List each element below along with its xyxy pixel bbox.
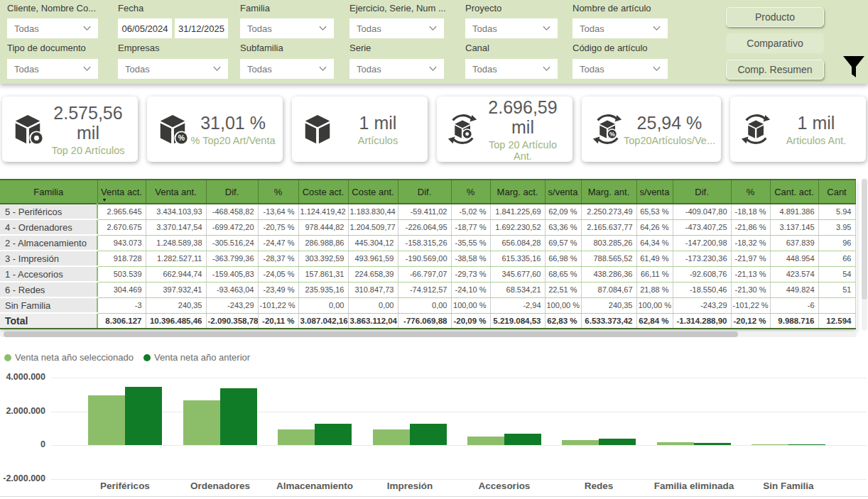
value-cell: -93.463,04: [206, 282, 258, 297]
column-header-coste-ant[interactable]: Coste ant.: [348, 180, 398, 204]
column-header-venta-ant[interactable]: Venta ant.: [146, 180, 206, 204]
value-cell: -21,86 %: [731, 219, 770, 235]
filter-dropdown-familia[interactable]: Todas: [240, 18, 334, 38]
chevron-down-icon: [429, 26, 437, 31]
filter-dropdown-tipo-de-documento[interactable]: Todas: [7, 59, 98, 79]
bar-previous-year-almacenamiento[interactable]: [315, 424, 352, 445]
value-cell: 2.165.637,77: [581, 219, 636, 235]
value-cell: 803.285,26: [581, 235, 636, 251]
kpi-label: Artículos: [334, 135, 422, 146]
value-cell: -5,02 %: [451, 204, 490, 219]
value-cell: 69,57 %: [545, 235, 581, 251]
filter-value-tipo-de-documento: Todas: [14, 64, 83, 75]
sort-descending-icon[interactable]: ▼: [102, 197, 107, 203]
column-header-s-venta[interactable]: s/venta: [636, 180, 673, 204]
value-cell: 68.534,21: [490, 282, 545, 297]
hscroll-thumb[interactable]: [4, 331, 738, 337]
filter-dropdown-canal[interactable]: Todas: [465, 59, 558, 79]
value-cell: -190.569,00: [398, 251, 451, 266]
column-header-dif[interactable]: Dif.: [673, 180, 731, 204]
nav-button-comparativo[interactable]: Comparativo: [726, 33, 824, 53]
value-cell: -20,75 %: [258, 219, 298, 235]
column-header-[interactable]: %: [731, 180, 770, 204]
x-axis-label-impresi-n: Impresión: [360, 481, 460, 491]
value-cell: 493.961,59: [348, 251, 398, 266]
column-header-familia[interactable]: Familia: [0, 180, 97, 204]
table-row[interactable]: 3 - Impresión918.7281.282.527,11-363.799…: [0, 251, 855, 266]
kpi-card-top20art-culos-ve[interactable]: %25,94 %Top20Artículos/Ve...: [582, 97, 721, 162]
nav-button-producto[interactable]: Producto: [726, 7, 824, 27]
kpi-card-top-20-art-culos[interactable]: 2.575,56 milTop 20 Artículos: [2, 97, 138, 162]
chevron-down-icon: [653, 66, 661, 72]
bar-selected-year-almacenamiento[interactable]: [278, 429, 315, 445]
filter-dropdown-serie[interactable]: Todas: [349, 59, 444, 79]
bar-previous-year-redes[interactable]: [599, 439, 636, 445]
column-header-cant-act[interactable]: Cant. act.: [770, 180, 818, 204]
bar-selected-year-impresi-n[interactable]: [373, 429, 410, 445]
filter-value-subfamilia: Todas: [247, 64, 319, 75]
table-row[interactable]: 1 - Accesorios503.539662.944,74-159.405,…: [0, 266, 855, 282]
kpi-card-top20-art-venta[interactable]: %31,01 %% Top20 Art/Venta: [147, 97, 283, 162]
value-cell: 66: [818, 251, 855, 266]
table-row[interactable]: 4 - Ordenadores2.670.6753.370.147,54-699…: [0, 219, 855, 235]
bar-selected-year-perif-ricos[interactable]: [88, 395, 125, 445]
filter-dropdown-proyecto[interactable]: Todas: [465, 18, 558, 38]
filter-dropdown-nombre-de-art-culo[interactable]: Todas: [573, 18, 668, 38]
value-cell: -74.912,57: [398, 282, 451, 297]
value-cell: 5.94: [818, 204, 855, 219]
kpi-card-art-culos[interactable]: 1 milArtículos: [292, 97, 428, 162]
filter-dropdown-ejercicio-serie-num[interactable]: Todas: [349, 18, 444, 38]
column-header-[interactable]: %: [258, 180, 298, 204]
column-header-s-venta[interactable]: s/venta: [545, 180, 581, 204]
date-to-input[interactable]: 31/12/2025: [175, 18, 228, 38]
date-from-input[interactable]: 06/05/2024: [118, 18, 172, 38]
bar-previous-year-familia-eliminada[interactable]: [694, 443, 731, 445]
column-header-venta-act[interactable]: Venta act.▼: [97, 180, 146, 204]
kpi-value: 1 mil: [772, 113, 860, 133]
vscroll-thumb[interactable]: [862, 179, 867, 300]
bar-selected-year-accesorios[interactable]: [467, 437, 504, 445]
value-cell: 943.073: [97, 235, 146, 251]
gridline: [51, 412, 867, 412]
kpi-card-top-20-art-culo-ant[interactable]: 2.696,59 milTop 20 Artículo Ant.: [437, 97, 573, 162]
family-cell: 3 - Impresión: [0, 251, 97, 266]
bar-selected-year-sin-familia[interactable]: [752, 444, 788, 445]
column-header-coste-act[interactable]: Coste act.: [298, 180, 348, 204]
funnel-icon[interactable]: [841, 54, 867, 79]
x-axis-label-sin-familia: Sin Familia: [739, 481, 838, 491]
bar-selected-year-familia-eliminada[interactable]: [657, 442, 694, 445]
value-cell: 286.988,86: [298, 235, 348, 251]
filter-dropdown-cliente-nombre-co[interactable]: Todas: [7, 18, 98, 38]
column-header-marg-ant[interactable]: Marg. ant.: [581, 180, 636, 204]
bar-previous-year-sin-familia[interactable]: [788, 444, 825, 445]
filter-dropdown-subfamilia[interactable]: Todas: [240, 59, 334, 79]
column-header-[interactable]: %: [451, 180, 490, 204]
x-axis-label-ordenadores: Ordenadores: [170, 481, 270, 491]
bar-selected-year-redes[interactable]: [562, 440, 599, 445]
table-vertical-scrollbar[interactable]: [862, 179, 867, 331]
filter-label-fecha: Fecha: [118, 3, 143, 13]
table-row[interactable]: 6 - Redes304.469397.932,41-93.463,04-23,…: [0, 282, 855, 297]
table-row[interactable]: 5 - Periféricos2.965.6453.434.103,93-468…: [0, 204, 855, 219]
bar-selected-year-ordenadores[interactable]: [183, 400, 220, 445]
column-header-dif[interactable]: Dif.: [206, 180, 258, 204]
column-header-marg-act[interactable]: Marg. act.: [490, 180, 545, 204]
table-horizontal-scrollbar[interactable]: [0, 331, 857, 337]
filter-dropdown-c-digo-de-art-culo[interactable]: Todas: [573, 59, 668, 79]
bar-previous-year-accesorios[interactable]: [504, 434, 541, 445]
bar-previous-year-impresi-n[interactable]: [410, 424, 447, 445]
value-cell: -35,55 %: [451, 235, 490, 251]
filter-dropdown-empresas[interactable]: Todas: [118, 59, 228, 79]
chevron-down-icon: [213, 66, 221, 72]
value-cell: 64,34 %: [636, 235, 673, 251]
column-header-cant[interactable]: Cant: [818, 180, 855, 204]
kpi-card-articulos-ant[interactable]: 1 milArticulos Ant.: [730, 97, 866, 162]
value-cell: 100,00 %: [451, 297, 490, 313]
bar-previous-year-ordenadores[interactable]: [220, 388, 257, 445]
table-row[interactable]: Sin Familia-3240,35-243,29-101,22 %0,000…: [0, 297, 855, 313]
bar-previous-year-perif-ricos[interactable]: [125, 387, 162, 445]
nav-button-comp-resumen[interactable]: Comp. Resumen: [726, 60, 824, 79]
column-header-dif[interactable]: Dif.: [398, 180, 451, 204]
table-row[interactable]: 2 - Almacenamiento943.0731.248.589,38-30…: [0, 235, 855, 251]
chart-plot-area: 4.000.0002.000.0000-2.000.000Periféricos…: [0, 341, 868, 499]
